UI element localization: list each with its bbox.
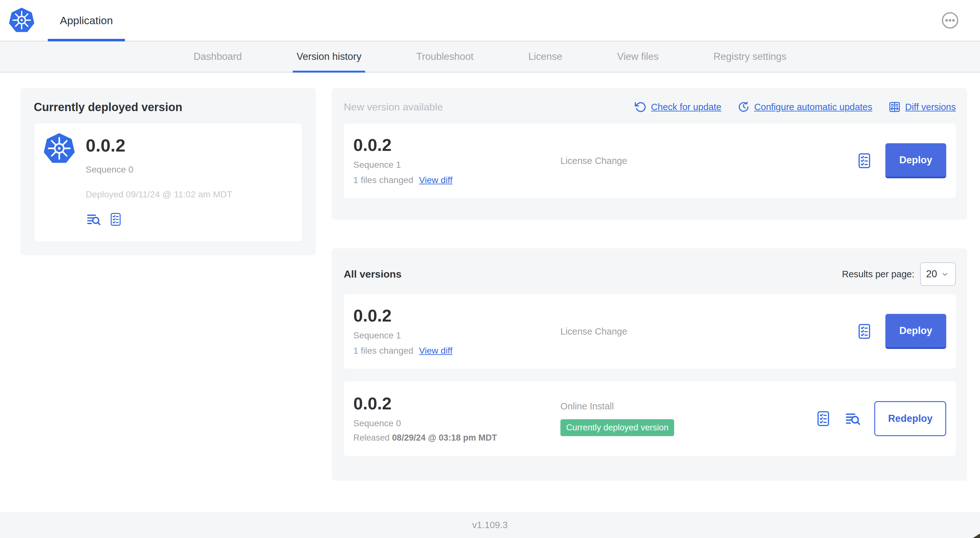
version-source-block: Online Install Currently deployed versio…: [560, 401, 815, 436]
refresh-icon: [634, 101, 647, 113]
deploy-button[interactable]: Deploy: [885, 143, 946, 178]
update-actions: Check for update Configure automatic upd…: [634, 101, 956, 113]
app-tab-label: Application: [60, 14, 113, 27]
check-for-update-link[interactable]: Check for update: [634, 101, 721, 113]
version-actions: Deploy: [856, 314, 946, 349]
currently-deployed-title: Currently deployed version: [34, 101, 302, 114]
preflight-checks-icon[interactable]: [815, 410, 832, 427]
tab-label: View files: [617, 51, 659, 62]
tab-label: Dashboard: [193, 51, 242, 62]
version-sequence: Sequence 0: [353, 418, 560, 428]
deploy-button[interactable]: Deploy: [885, 314, 946, 349]
preflight-checks-icon[interactable]: [856, 322, 873, 340]
tab-label: License: [528, 51, 562, 62]
version-row: 0.0.2 Sequence 0 Released 08/29/24 @ 03:…: [344, 381, 956, 456]
cursor-artifact: [973, 533, 980, 538]
tab-registry-settings[interactable]: Registry settings: [710, 41, 790, 72]
released-date: 08/29/24 @ 03:18 pm MDT: [392, 433, 497, 443]
version-row: 0.0.2 Sequence 1 1 files changed View di…: [344, 294, 956, 369]
files-changed-text: 1 files changed: [353, 346, 413, 356]
all-versions-header: All versions Results per page: 20: [344, 262, 956, 286]
all-versions-panel: All versions Results per page: 20 0.0.2 …: [332, 248, 967, 481]
rows-gap: [344, 369, 956, 381]
kubernetes-logo-icon: [9, 6, 34, 34]
deploy-logs-icon[interactable]: [86, 211, 102, 228]
tab-label: Registry settings: [713, 51, 786, 62]
version-sequence: Sequence 1: [353, 330, 560, 341]
results-per-page: Results per page: 20: [842, 262, 956, 286]
deployed-sequence: Sequence 0: [86, 165, 232, 175]
version-number: 0.0.2: [353, 307, 560, 324]
new-version-header: New version available Check for update C…: [344, 99, 956, 115]
version-source: License Change: [560, 326, 856, 337]
configure-automatic-updates-link[interactable]: Configure automatic updates: [737, 101, 872, 113]
version-actions: Redeploy: [815, 401, 946, 436]
version-info: 0.0.2 Sequence 1 1 files changed View di…: [353, 136, 560, 185]
version-source: Online Install: [560, 401, 815, 412]
diff-icon: [888, 101, 901, 113]
subnav: Dashboard Version history Troubleshoot L…: [0, 41, 980, 73]
app-tab[interactable]: Application: [48, 0, 125, 41]
configure-automatic-updates-label: Configure automatic updates: [754, 102, 872, 113]
results-per-page-select[interactable]: 20: [920, 262, 956, 286]
results-per-page-label: Results per page:: [842, 269, 914, 279]
currently-deployed-panel: Currently deployed version 0.0.2 Sequenc…: [21, 88, 316, 255]
deployed-version-info: 0.0.2 Sequence 0 Deployed 09/11/24 @ 11:…: [86, 132, 232, 231]
new-version-row: 0.0.2 Sequence 1 1 files changed View di…: [344, 124, 956, 198]
check-for-update-label: Check for update: [651, 102, 721, 113]
version-actions: Deploy: [856, 143, 946, 178]
deployed-version-number: 0.0.2: [86, 136, 232, 154]
chevron-down-icon: [940, 269, 950, 279]
tab-view-files[interactable]: View files: [613, 41, 662, 72]
main-content: Currently deployed version 0.0.2 Sequenc…: [0, 73, 980, 481]
all-versions-title: All versions: [344, 268, 401, 280]
version-sequence: Sequence 1: [353, 160, 560, 170]
preflight-checks-icon[interactable]: [108, 211, 123, 228]
new-version-panel: New version available Check for update C…: [332, 88, 967, 220]
view-diff-link[interactable]: View diff: [419, 175, 452, 185]
console-version: v1.109.3: [472, 520, 508, 530]
deployed-action-icons: [86, 211, 232, 228]
results-per-page-value: 20: [926, 268, 937, 280]
app-header: Application: [0, 0, 980, 41]
ellipsis-circle-icon: [941, 11, 959, 29]
preflight-checks-icon[interactable]: [856, 152, 873, 170]
redeploy-button[interactable]: Redeploy: [874, 401, 946, 436]
version-number: 0.0.2: [353, 136, 560, 154]
released-prefix: Released: [353, 433, 390, 443]
overflow-menu-button[interactable]: [941, 11, 959, 29]
released-line: Released 08/29/24 @ 03:18 pm MDT: [353, 433, 560, 443]
files-changed-line: 1 files changed View diff: [353, 346, 560, 356]
version-info: 0.0.2 Sequence 1 1 files changed View di…: [353, 307, 560, 356]
currently-deployed-badge: Currently deployed version: [560, 419, 674, 436]
deployed-version-card: 0.0.2 Sequence 0 Deployed 09/11/24 @ 11:…: [34, 123, 302, 242]
files-changed-line: 1 files changed View diff: [353, 175, 560, 185]
tab-label: Version history: [297, 51, 361, 62]
deploy-logs-icon[interactable]: [844, 410, 862, 427]
tab-dashboard[interactable]: Dashboard: [189, 41, 246, 72]
version-source: License Change: [560, 156, 856, 166]
new-version-title: New version available: [344, 101, 443, 113]
diff-versions-label: Diff versions: [905, 102, 956, 113]
scheduled-update-icon: [737, 101, 750, 113]
right-column: New version available Check for update C…: [332, 88, 967, 481]
tab-version-history[interactable]: Version history: [293, 41, 365, 72]
deployed-timestamp: Deployed 09/11/24 @ 11:02 am MDT: [86, 189, 232, 200]
kubernetes-logo-icon: [44, 132, 75, 165]
app-footer: v1.109.3: [0, 512, 980, 538]
tab-label: Troubleshoot: [416, 51, 473, 62]
version-number: 0.0.2: [353, 395, 560, 412]
tab-license[interactable]: License: [524, 41, 566, 72]
version-info: 0.0.2 Sequence 0 Released 08/29/24 @ 03:…: [353, 395, 560, 443]
files-changed-text: 1 files changed: [353, 175, 413, 185]
diff-versions-link[interactable]: Diff versions: [888, 101, 956, 113]
view-diff-link[interactable]: View diff: [419, 346, 452, 356]
tab-troubleshoot[interactable]: Troubleshoot: [412, 41, 477, 72]
